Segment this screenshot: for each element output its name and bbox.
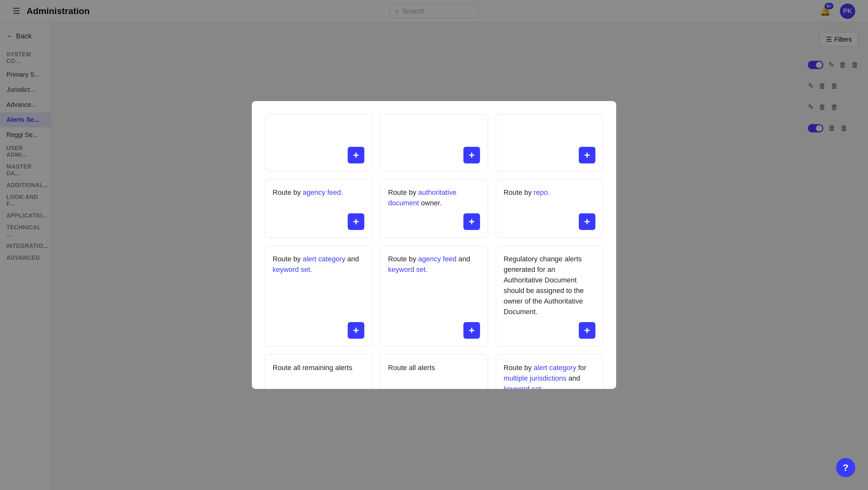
modal-dialog: Route by agency feed. Route by authorita…: [252, 101, 616, 389]
card-agency-feed-plus[interactable]: [348, 213, 364, 230]
agency-feed-link[interactable]: agency feed.: [303, 189, 343, 196]
modal-grid: Route by agency feed. Route by authorita…: [265, 114, 603, 389]
card-reg-change: Regulatory change alerts generated for a…: [496, 246, 603, 347]
alert-category-link-1[interactable]: alert category: [303, 255, 345, 263]
card-empty-2-plus[interactable]: [463, 147, 480, 164]
card-reg-change-plus[interactable]: [579, 322, 595, 339]
card-remaining-alerts-text: Route all remaining alerts: [273, 363, 364, 373]
card-empty-1: [265, 114, 372, 171]
alert-category-link-2[interactable]: alert category: [534, 364, 576, 372]
card-all-alerts: Route all alerts: [380, 354, 488, 389]
card-auth-doc-owner: Route by authoritative document owner.: [380, 179, 488, 238]
card-empty-3: [496, 114, 603, 171]
card-alert-cat-kw-text: Route by alert category and keyword set.: [273, 254, 364, 275]
card-alert-cat-kw-plus[interactable]: [348, 322, 364, 339]
keyword-set-link-3[interactable]: keyword set.: [504, 385, 543, 389]
repo-link[interactable]: repo.: [534, 189, 550, 196]
help-button[interactable]: ?: [836, 458, 855, 477]
multi-jurisdictions-link-1[interactable]: multiple jurisdictions: [504, 374, 567, 382]
card-empty-2: [380, 114, 488, 171]
card-repo-plus[interactable]: [579, 213, 595, 230]
card-agency-feed-kw: Route by agency feed and keyword set.: [380, 246, 488, 347]
card-empty-1-plus[interactable]: [348, 147, 364, 164]
card-agency-feed-kw-text: Route by agency feed and keyword set.: [388, 254, 480, 275]
agency-feed-link-2[interactable]: agency feed: [418, 255, 457, 263]
card-agency-feed-kw-plus[interactable]: [463, 322, 480, 339]
auth-doc-link[interactable]: authoritative document: [388, 189, 456, 207]
keyword-set-link-2[interactable]: keyword set.: [388, 265, 428, 273]
card-alert-multi-jur-kw-text: Route by alert category for multiple jur…: [504, 363, 595, 389]
card-all-alerts-text: Route all alerts: [388, 363, 480, 373]
card-reg-change-text: Regulatory change alerts generated for a…: [504, 254, 595, 317]
card-remaining-alerts: Route all remaining alerts: [265, 354, 372, 389]
keyword-set-link-1[interactable]: keyword set.: [273, 265, 312, 273]
card-agency-feed-text: Route by agency feed.: [273, 187, 364, 198]
card-auth-doc-plus[interactable]: [463, 213, 480, 230]
card-auth-doc-text: Route by authoritative document owner.: [388, 187, 480, 208]
card-empty-3-plus[interactable]: [579, 147, 595, 164]
card-repo-text: Route by repo.: [504, 187, 595, 198]
card-alert-multi-jur-kw: Route by alert category for multiple jur…: [496, 354, 603, 389]
card-alert-cat-kw: Route by alert category and keyword set.: [265, 246, 372, 347]
card-repo: Route by repo.: [496, 179, 603, 238]
modal-overlay: Route by agency feed. Route by authorita…: [0, 0, 868, 490]
card-agency-feed: Route by agency feed.: [265, 179, 372, 238]
